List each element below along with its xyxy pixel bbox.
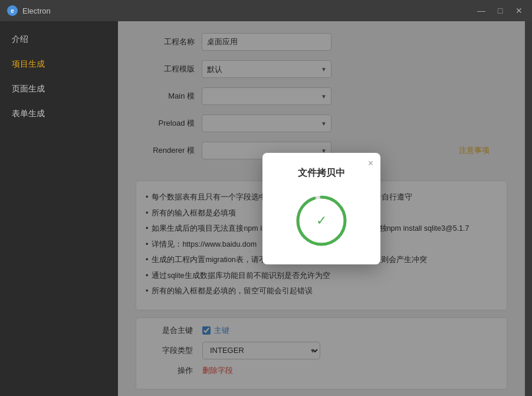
maximize-button[interactable]: □ xyxy=(494,5,506,17)
file-copy-modal: × 文件拷贝中 ✓ xyxy=(262,153,380,264)
titlebar: e Electron — □ ✕ xyxy=(0,0,532,21)
app-icon-letter: e xyxy=(11,8,14,14)
modal-close-button[interactable]: × xyxy=(368,159,373,168)
sidebar-item-form-gen[interactable]: 表单生成 xyxy=(0,102,118,126)
modal-title: 文件拷贝中 xyxy=(298,167,345,179)
sidebar: 介绍 项目生成 页面生成 表单生成 xyxy=(0,21,118,396)
main-content: 工程名称 工程模版 默认 Main 模 xyxy=(118,21,525,396)
window-controls: — □ ✕ xyxy=(475,5,525,17)
progress-ring: ✓ xyxy=(292,191,351,250)
sidebar-item-project-gen[interactable]: 项目生成 xyxy=(0,52,118,77)
app-title: Electron xyxy=(22,6,475,15)
app-body: 介绍 项目生成 页面生成 表单生成 工程名称 工程模版 默认 xyxy=(0,21,532,396)
checkmark-icon: ✓ xyxy=(316,213,327,228)
close-button[interactable]: ✕ xyxy=(513,5,525,17)
modal-overlay: × 文件拷贝中 ✓ xyxy=(118,21,525,396)
sidebar-item-page-gen[interactable]: 页面生成 xyxy=(0,77,118,102)
right-sidebar-thumbnails xyxy=(525,21,532,396)
minimize-button[interactable]: — xyxy=(475,5,487,17)
sidebar-item-intro[interactable]: 介绍 xyxy=(0,27,118,52)
app-icon: e xyxy=(7,5,18,16)
